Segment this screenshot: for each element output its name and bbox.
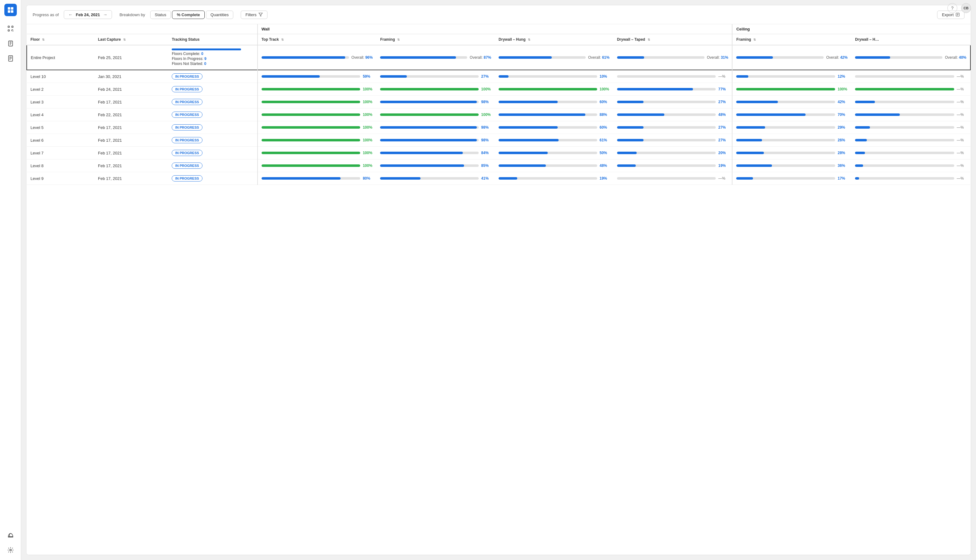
col-floor[interactable]: Floor ⇅ [27, 34, 94, 45]
progress-cell: 100% [257, 121, 377, 134]
gear-icon [7, 547, 14, 553]
sort-ceiling-framing-icon: ⇅ [753, 38, 756, 41]
progress-cell: —% [851, 83, 970, 96]
percent-label: 27% [481, 74, 491, 78]
percent-label: 100% [363, 112, 373, 117]
progress-cell: 29% [732, 121, 851, 134]
sidebar-item-document[interactable] [4, 52, 17, 65]
quantities-toggle-button[interactable]: Quantities [206, 10, 234, 19]
status-cell: IN PROGRESS [168, 121, 257, 134]
status-badge: IN PROGRESS [172, 99, 202, 105]
percent-label: —% [957, 74, 967, 78]
col-wall-top-track[interactable]: Top Track ⇅ [257, 34, 377, 45]
progress-cell: 70% [732, 108, 851, 121]
sidebar-item-settings[interactable] [4, 544, 17, 556]
progress-cell: 61% [495, 134, 613, 147]
filter-button[interactable]: Filters [241, 10, 267, 19]
col-wall-drywall-taped[interactable]: Drywall – Taped ⇅ [613, 34, 732, 45]
progress-cell: 19% [613, 159, 732, 172]
percent-label: 12% [837, 74, 847, 78]
help-button[interactable]: ? [948, 3, 958, 13]
percent-label: 80% [363, 176, 373, 180]
percent-label: 88% [600, 112, 610, 117]
overall-label: Overall: 40% [945, 55, 966, 60]
status-cell: IN PROGRESS [168, 96, 257, 108]
data-table-container: Wall Ceiling Floor ⇅ Last Capture ⇅ [27, 24, 971, 555]
status-cell: IN PROGRESS [168, 159, 257, 172]
percent-label: 98% [481, 125, 491, 130]
percent-label: —% [957, 100, 967, 104]
percent-label: 48% [718, 112, 728, 117]
status-toggle-button[interactable]: Status [150, 10, 171, 19]
percent-label: —% [957, 87, 967, 92]
col-wall-framing[interactable]: Framing ⇅ [376, 34, 495, 45]
sidebar-item-scan[interactable] [4, 22, 17, 35]
progress-cell: 98% [376, 121, 495, 134]
progress-cell: 36% [732, 159, 851, 172]
progress-cell: —% [851, 172, 970, 185]
progress-cell: 100% [257, 134, 377, 147]
floor-cell: Level 7 [27, 147, 94, 159]
percent-label: 100% [837, 87, 847, 92]
main-content: ? CB Progress as of ← Feb 24, 2021 → Bre… [21, 0, 976, 560]
ceiling-section-header: Ceiling [732, 24, 970, 34]
capture-cell: Feb 17, 2021 [94, 96, 168, 108]
progress-cell: —% [851, 121, 970, 134]
percent-label: 10% [600, 74, 610, 78]
progress-cell: 28% [732, 147, 851, 159]
capture-cell: Feb 25, 2021 [94, 45, 168, 70]
svg-rect-3 [11, 10, 13, 13]
percent-label: 100% [363, 87, 373, 92]
percent-label: 41% [481, 176, 491, 180]
table-row: Level 10Jan 30, 2021IN PROGRESS59%27%10%… [27, 70, 970, 83]
sidebar-item-helmet[interactable] [4, 529, 17, 542]
percent-label: 19% [718, 163, 728, 168]
progress-cell: —% [851, 134, 970, 147]
document-icon [7, 55, 14, 62]
progress-cell: 100% [495, 83, 613, 96]
helmet-icon [7, 532, 14, 538]
breakdown-toggle-group: Status % Complete Quantities [150, 10, 234, 19]
sidebar-item-clipboard[interactable] [4, 37, 17, 50]
progress-cell: 100% [257, 108, 377, 121]
table-row: Level 3Feb 17, 2021IN PROGRESS100%98%60%… [27, 96, 970, 108]
percent-label: 60% [600, 125, 610, 130]
filter-icon [259, 12, 263, 17]
progress-cell: 17% [732, 172, 851, 185]
floor-cell: Level 4 [27, 108, 94, 121]
progress-cell: 50% [495, 147, 613, 159]
percent-label: 36% [837, 163, 847, 168]
progress-label: Progress as of [33, 12, 59, 17]
next-date-button[interactable]: → [102, 12, 108, 17]
percent-label: 28% [837, 151, 847, 155]
progress-cell: 100% [376, 108, 495, 121]
overall-label: Overall: 96% [351, 55, 373, 60]
prev-date-button[interactable]: ← [68, 12, 74, 17]
floor-cell: Entire Project [27, 45, 94, 70]
capture-cell: Feb 22, 2021 [94, 108, 168, 121]
progress-cell: 85% [376, 159, 495, 172]
table-row: Level 6Feb 17, 2021IN PROGRESS100%98%61%… [27, 134, 970, 147]
topbar-right: ? CB [948, 3, 971, 13]
user-avatar[interactable]: CB [961, 3, 971, 13]
percent-label: 61% [600, 138, 610, 142]
overall-progress-cell: Overall: 40% [851, 45, 970, 70]
app-logo[interactable] [4, 4, 17, 16]
overall-progress-cell: Overall: 42% [732, 45, 851, 70]
overall-progress-cell: Overall: 31% [613, 45, 732, 70]
col-wall-drywall-hung[interactable]: Drywall – Hung ⇅ [495, 34, 613, 45]
col-last-capture[interactable]: Last Capture ⇅ [94, 34, 168, 45]
col-ceiling-framing[interactable]: Framing ⇅ [732, 34, 851, 45]
percent-label: 77% [718, 87, 728, 92]
sort-capture-icon: ⇅ [123, 38, 125, 41]
percent-label: 100% [363, 138, 373, 142]
capture-cell: Feb 17, 2021 [94, 147, 168, 159]
complete-toggle-button[interactable]: % Complete [172, 10, 204, 19]
svg-marker-20 [259, 13, 262, 17]
current-date: Feb 24, 2021 [76, 12, 100, 17]
progress-cell: 100% [257, 159, 377, 172]
progress-cell: —% [851, 108, 970, 121]
status-badge: IN PROGRESS [172, 124, 202, 130]
table-row: Level 7Feb 17, 2021IN PROGRESS100%84%50%… [27, 147, 970, 159]
progress-cell: —% [613, 70, 732, 83]
